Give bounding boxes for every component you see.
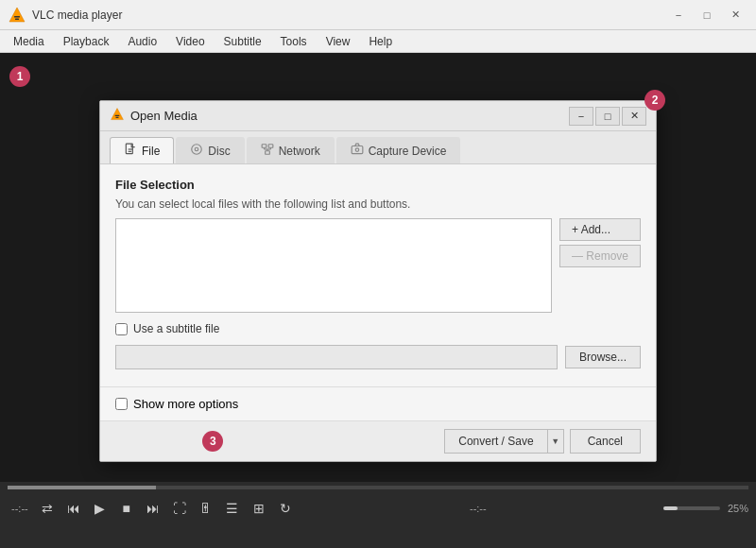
subtitle-checkbox[interactable] (115, 323, 128, 335)
open-media-dialog: Open Media − □ ✕ (99, 100, 657, 462)
tab-capture[interactable]: Capture Device (336, 137, 461, 163)
section-desc: You can select local files with the foll… (115, 197, 641, 211)
progress-bar[interactable] (8, 486, 748, 489)
fullscreen-button[interactable]: ⛶ (168, 497, 191, 520)
svg-rect-12 (268, 145, 273, 148)
dialog-maximize-button[interactable]: □ (595, 107, 620, 126)
vlc-logo-icon (8, 6, 26, 25)
volume-pct: 25% (728, 503, 748, 514)
tab-file-label: File (142, 145, 160, 158)
svg-point-9 (192, 145, 202, 155)
show-more-label: Show more options (133, 397, 238, 411)
dialog-titlebar: Open Media − □ ✕ (100, 101, 656, 131)
dialog-tabs: File Disc (100, 131, 656, 164)
player-area: 1 Open Media − □ ✕ (0, 53, 756, 465)
svg-rect-4 (115, 115, 120, 116)
dialog-footer: 3 Convert / Save ▼ Cancel (100, 420, 656, 461)
subtitle-label-text: Use a subtitle file (133, 322, 219, 335)
dialog-vlc-icon (110, 107, 125, 125)
progress-fill (8, 486, 156, 489)
play-button[interactable]: ▶ (89, 497, 112, 520)
network-tab-icon (261, 143, 274, 159)
file-list-area: + Add... — Remove (115, 218, 641, 313)
svg-rect-11 (262, 145, 266, 148)
tab-network[interactable]: Network (247, 137, 335, 163)
disc-tab-icon (190, 143, 203, 159)
stop-button[interactable]: ■ (115, 497, 138, 520)
svg-rect-13 (265, 151, 269, 155)
tab-file[interactable]: File (110, 137, 174, 163)
cancel-button[interactable]: Cancel (570, 429, 641, 454)
titlebar-controls: − □ ✕ (665, 6, 748, 25)
loop-button[interactable]: ↻ (274, 497, 297, 520)
badge-3: 3 (202, 431, 223, 452)
menubar: Media Playback Audio Video Subtitle Tool… (0, 30, 756, 53)
close-app-button[interactable]: ✕ (722, 6, 748, 25)
menu-video[interactable]: Video (166, 33, 214, 50)
volume-slider[interactable] (663, 506, 720, 510)
badge-1: 1 (9, 66, 30, 87)
file-list-buttons: + Add... — Remove (559, 218, 641, 313)
menu-view[interactable]: View (317, 33, 360, 50)
browse-button[interactable]: Browse... (565, 346, 641, 368)
convert-save-button[interactable]: Convert / Save (444, 429, 546, 454)
maximize-button[interactable]: □ (694, 6, 720, 25)
tab-disc-label: Disc (208, 145, 230, 158)
prev-button[interactable]: ⏮ (62, 497, 85, 520)
convert-save-group: Convert / Save ▼ (444, 429, 563, 454)
menu-subtitle[interactable]: Subtitle (215, 33, 271, 50)
extended-button[interactable]: 🎚 (195, 497, 217, 520)
tab-capture-label: Capture Device (369, 145, 447, 158)
show-more-checkbox[interactable] (115, 398, 128, 410)
subtitle-path-row: Browse... (115, 345, 641, 369)
tab-network-label: Network (279, 145, 320, 158)
menu-media[interactable]: Media (4, 33, 54, 50)
minimize-button[interactable]: − (665, 6, 692, 25)
menu-tools[interactable]: Tools (271, 33, 317, 50)
section-title: File Selection (115, 178, 641, 192)
svg-rect-18 (352, 146, 363, 154)
file-tab-icon (124, 143, 137, 159)
remove-button[interactable]: — Remove (559, 245, 641, 267)
capture-tab-icon (351, 143, 364, 159)
svg-rect-5 (115, 117, 118, 118)
menu-audio[interactable]: Audio (118, 33, 166, 50)
menu-help[interactable]: Help (359, 33, 402, 50)
tab-disc[interactable]: Disc (176, 137, 244, 163)
playlist-button[interactable]: ☰ (221, 497, 244, 520)
time-right: --:-- (470, 503, 487, 514)
file-list-box[interactable] (115, 218, 552, 313)
subtitle-row: Use a subtitle file (115, 322, 641, 335)
badge-2: 2 (644, 90, 665, 111)
menu-playback[interactable]: Playback (54, 33, 119, 50)
dialog-title: Open Media (130, 109, 569, 123)
subtitle-checkbox-label[interactable]: Use a subtitle file (115, 322, 219, 335)
dialog-window-controls: − □ ✕ (569, 107, 646, 126)
time-left: --:-- (11, 503, 28, 514)
dialog-minimize-button[interactable]: − (569, 107, 593, 126)
svg-point-10 (196, 147, 199, 151)
volume-fill (663, 506, 678, 510)
frame-button[interactable]: ⊞ (248, 497, 270, 520)
dialog-overlay: Open Media − □ ✕ (0, 53, 756, 465)
dialog-content: 2 File Selection You can select local fi… (100, 164, 656, 386)
next-button[interactable]: ⏭ (142, 497, 164, 520)
dialog-close-button[interactable]: ✕ (622, 107, 646, 126)
add-button[interactable]: + Add... (559, 218, 641, 241)
app-titlebar: VLC media player − □ ✕ (0, 0, 756, 30)
player-bottom: --:-- ⇄ ⏮ ▶ ■ ⏭ ⛶ 🎚 ☰ ⊞ ↻ --:-- 25% (0, 482, 756, 548)
svg-point-19 (355, 148, 359, 152)
svg-rect-2 (15, 18, 19, 20)
show-more-row: Show more options (100, 386, 656, 420)
app-title: VLC media player (32, 9, 665, 22)
convert-dropdown-button[interactable]: ▼ (547, 429, 564, 454)
controls-row: --:-- ⇄ ⏮ ▶ ■ ⏭ ⛶ 🎚 ☰ ⊞ ↻ --:-- 25% (0, 493, 756, 523)
subtitle-path-input[interactable] (115, 345, 558, 369)
svg-rect-1 (14, 16, 20, 18)
shuffle-button[interactable]: ⇄ (36, 497, 59, 520)
